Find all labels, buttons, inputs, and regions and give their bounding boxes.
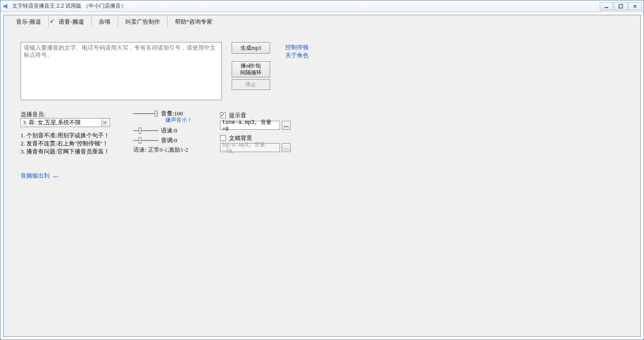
tab-ad[interactable]: 叫卖广告制作: [118, 16, 168, 28]
pitch-slider[interactable]: [133, 138, 158, 143]
audio-output-more[interactable]: …: [53, 172, 59, 178]
svg-rect-1: [619, 4, 623, 8]
client-area: 音乐-频道 语音-频道 杂项 叫卖广告制作 帮助^咨询专家 生成mp3 播n秒/…: [0, 12, 644, 340]
voice-select[interactable]: 3. 蓉: 女,五星,系统不限: [21, 118, 110, 127]
svg-rect-0: [605, 7, 608, 8]
bg-browse-button: …: [282, 143, 291, 152]
window-buttons: [600, 2, 642, 10]
low-volume-link[interactable]: 嫌声音小！: [165, 116, 192, 124]
generate-mp3-button[interactable]: 生成mp3: [232, 42, 270, 54]
tab-bar: 音乐-频道 语音-频道 杂项 叫卖广告制作 帮助^咨询专家: [4, 15, 640, 28]
app-icon: [2, 3, 9, 10]
bg-checkbox[interactable]: [220, 135, 226, 141]
minimize-button[interactable]: [600, 2, 613, 10]
tab-voice[interactable]: 语音-频道: [49, 16, 91, 28]
pitch-label: 音调:0: [161, 136, 177, 144]
voice-select-label: 选播音员:: [21, 110, 46, 119]
stop-button[interactable]: 停止: [232, 79, 270, 90]
tts-text-input[interactable]: [21, 42, 222, 100]
window-title: 文字转语音播音王 2.2 试用版 （中小门店播音）: [12, 2, 600, 10]
app-window: 文字转语音播音王 2.2 试用版 （中小门店播音） 音乐-频道 语音-频道 杂项…: [0, 0, 644, 340]
speed-slider[interactable]: [133, 128, 158, 133]
bg-file-input: bg-a.mp3, 音量=40,: [220, 143, 280, 152]
inner-panel: 音乐-频道 语音-频道 杂项 叫卖广告制作 帮助^咨询专家 生成mp3 播n秒/…: [3, 15, 641, 337]
tab-help[interactable]: 帮助^咨询专家: [168, 16, 220, 28]
speed-row: 语速:0: [133, 127, 177, 135]
pitch-row: 音调:0: [133, 136, 177, 144]
tone-checkbox-label: 提示音: [229, 112, 246, 119]
loop-play-button[interactable]: 播n秒/轮 间隔循环: [232, 61, 270, 77]
speed-label: 语速:0: [161, 127, 177, 135]
voice-select-value: 3. 蓉: 女,五星,系统不限: [23, 119, 81, 127]
chevron-down-icon: [101, 119, 108, 126]
audio-output-link[interactable]: 音频输出到: [21, 172, 50, 180]
tab-music[interactable]: 音乐-频道: [9, 16, 49, 28]
tone-checkbox[interactable]: [220, 112, 226, 118]
tips-block: 1. 个别音不准:用别字或换个句子！ 2. 发音不连贯:右上角"控制停顿"！ 3…: [21, 132, 110, 156]
volume-slider[interactable]: [133, 111, 158, 116]
titlebar[interactable]: 文字转语音播音王 2.2 试用版 （中小门店播音）: [0, 0, 644, 12]
tone-file-input[interactable]: tone-a.mp3, 音量=8: [220, 121, 280, 130]
tip-1: 1. 个别音不准:用别字或换个句子！: [21, 132, 110, 140]
tone-browse-button[interactable]: …: [282, 121, 291, 130]
tip-3: 3. 播音有问题:官网下播音员重装！: [21, 148, 110, 156]
maximize-button[interactable]: [614, 2, 627, 10]
tab-misc[interactable]: 杂项: [92, 16, 118, 28]
control-pause-link[interactable]: 控制停顿: [285, 43, 309, 51]
close-button[interactable]: [628, 2, 642, 10]
speed-note: 语速: 正常0-1,激励1-2: [133, 146, 188, 154]
about-role-link[interactable]: 关于角色: [285, 51, 309, 60]
tip-2: 2. 发音不连贯:右上角"控制停顿"！: [21, 140, 110, 148]
